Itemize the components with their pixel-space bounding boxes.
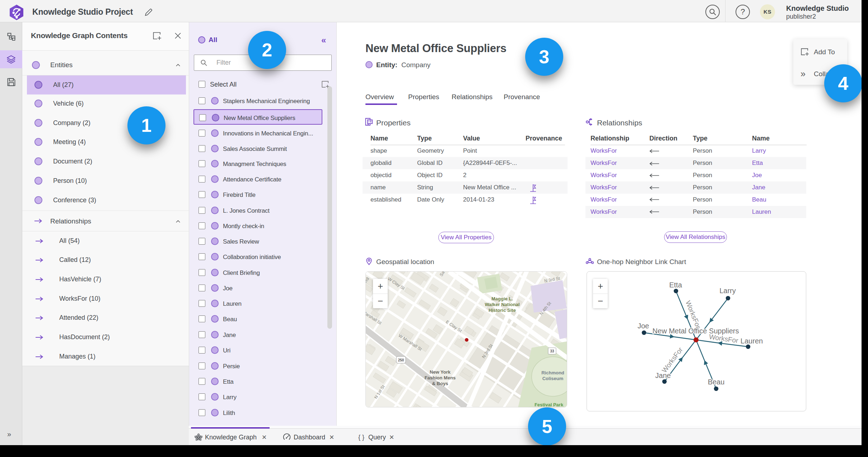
svg-text:Beau: Beau — [708, 378, 725, 386]
svg-text:Fashion Mens: Fashion Mens — [425, 375, 456, 380]
svg-text:Lauren: Lauren — [741, 337, 763, 345]
svg-text:Richmond: Richmond — [541, 370, 564, 375]
svg-text:Etta: Etta — [669, 281, 682, 289]
svg-text:Larry: Larry — [719, 287, 736, 295]
svg-text:Maggie L.: Maggie L. — [491, 296, 513, 301]
svg-text:Jane: Jane — [655, 371, 671, 379]
svg-text:Festival Park: Festival Park — [535, 402, 564, 407]
svg-text:WorksFor: WorksFor — [684, 300, 702, 330]
svg-text:Historic Site: Historic Site — [489, 308, 516, 313]
svg-text:250: 250 — [398, 358, 404, 362]
svg-text:& Boys: & Boys — [432, 381, 448, 386]
svg-text:Walker National: Walker National — [485, 302, 519, 307]
svg-text:Coliseum: Coliseum — [542, 376, 564, 381]
svg-text:Joe: Joe — [638, 322, 649, 330]
svg-text:33: 33 — [550, 349, 554, 353]
svg-text:New York: New York — [430, 369, 451, 375]
